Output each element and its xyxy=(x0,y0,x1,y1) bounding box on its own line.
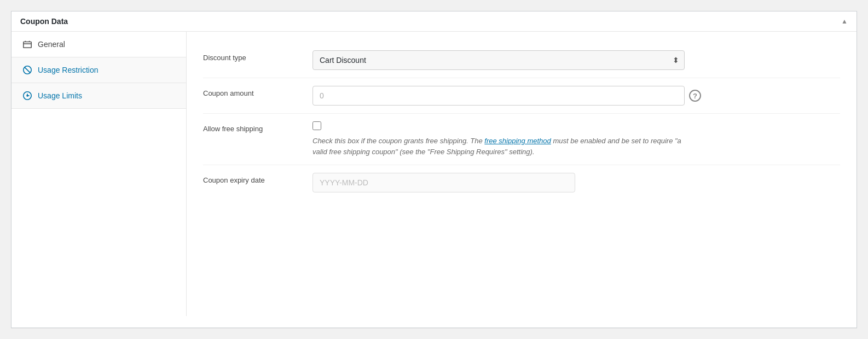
main-content: Discount type Cart Discount Cart % Disco… xyxy=(187,32,857,316)
sidebar-item-usage-restriction[interactable]: Usage Restriction xyxy=(11,57,186,83)
restriction-icon xyxy=(22,65,32,75)
coupon-expiry-date-field xyxy=(313,173,840,192)
coupon-data-box: Coupon Data ▲ General xyxy=(11,11,857,328)
sidebar-item-general-label: General xyxy=(38,40,65,49)
tag-icon xyxy=(22,39,32,49)
box-title: Coupon Data xyxy=(20,17,68,26)
svg-rect-0 xyxy=(24,42,31,48)
sidebar-item-usage-limits[interactable]: Usage Limits xyxy=(11,83,186,109)
coupon-amount-help-icon[interactable]: ? xyxy=(689,90,701,102)
coupon-expiry-date-label: Coupon expiry date xyxy=(203,173,313,184)
coupon-amount-row: Coupon amount ? xyxy=(203,78,840,114)
discount-type-select[interactable]: Cart Discount Cart % Discount Product Di… xyxy=(313,50,685,70)
box-header: Coupon Data ▲ xyxy=(11,11,857,32)
coupon-amount-label: Coupon amount xyxy=(203,86,313,97)
allow-free-shipping-checkbox-field: Check this box if the coupon grants free… xyxy=(313,121,696,157)
coupon-amount-input[interactable] xyxy=(313,86,685,106)
checkbox-wrapper xyxy=(313,121,696,130)
sidebar-item-usage-limits-label: Usage Limits xyxy=(38,91,82,100)
svg-line-3 xyxy=(25,67,31,73)
allow-free-shipping-row: Allow free shipping Check this box if th… xyxy=(203,114,840,165)
allow-free-shipping-checkbox[interactable] xyxy=(313,121,321,130)
free-shipping-description: Check this box if the coupon grants free… xyxy=(313,136,696,157)
discount-type-row: Discount type Cart Discount Cart % Disco… xyxy=(203,43,840,78)
coupon-expiry-date-input[interactable] xyxy=(313,173,575,192)
coupon-expiry-date-row: Coupon expiry date xyxy=(203,165,840,200)
description-before: Check this box if the coupon grants free… xyxy=(313,137,484,145)
discount-type-label: Discount type xyxy=(203,50,313,62)
free-shipping-method-link[interactable]: free shipping method xyxy=(484,137,551,145)
allow-free-shipping-label: Allow free shipping xyxy=(203,121,313,133)
discount-type-select-wrapper: Cart Discount Cart % Discount Product Di… xyxy=(313,50,685,70)
allow-free-shipping-field: Check this box if the coupon grants free… xyxy=(313,121,840,157)
coupon-amount-field: ? xyxy=(313,86,840,106)
sidebar-item-usage-restriction-label: Usage Restriction xyxy=(38,66,99,74)
sidebar: General Usage Restriction xyxy=(11,32,187,316)
collapse-icon[interactable]: ▲ xyxy=(841,17,848,25)
limits-icon xyxy=(22,91,32,101)
discount-type-field: Cart Discount Cart % Discount Product Di… xyxy=(313,50,840,70)
box-body: General Usage Restriction xyxy=(11,32,857,316)
sidebar-item-general[interactable]: General xyxy=(11,32,186,57)
